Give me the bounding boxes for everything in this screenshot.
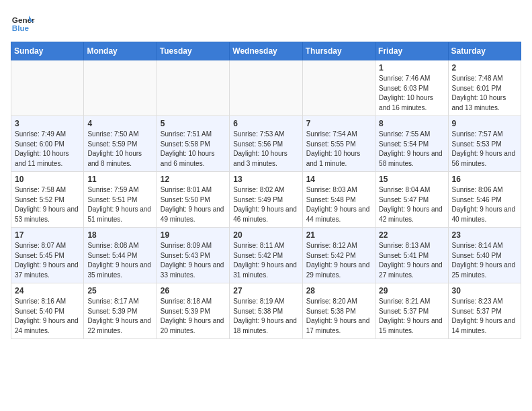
day-info: Sunrise: 8:11 AM Sunset: 5:42 PM Dayligh… (233, 241, 298, 280)
day-info: Sunrise: 7:49 AM Sunset: 6:00 PM Dayligh… (15, 130, 80, 169)
calendar-week-row: 3Sunrise: 7:49 AM Sunset: 6:00 PM Daylig… (11, 116, 521, 172)
calendar-day-2: 2Sunrise: 7:48 AM Sunset: 6:01 PM Daylig… (448, 60, 521, 116)
calendar-day-6: 6Sunrise: 7:53 AM Sunset: 5:56 PM Daylig… (230, 116, 302, 172)
day-number: 25 (87, 286, 152, 295)
day-info: Sunrise: 8:12 AM Sunset: 5:42 PM Dayligh… (306, 241, 371, 280)
header-monday: Monday (84, 42, 157, 60)
day-number: 21 (306, 230, 371, 240)
calendar-day-5: 5Sunrise: 7:51 AM Sunset: 5:58 PM Daylig… (157, 116, 229, 172)
day-number: 1 (379, 63, 444, 73)
calendar-table: SundayMondayTuesdayWednesdayThursdayFrid… (11, 42, 521, 339)
day-number: 17 (15, 230, 80, 240)
day-info: Sunrise: 8:01 AM Sunset: 5:50 PM Dayligh… (161, 185, 226, 224)
day-number: 18 (87, 230, 152, 240)
day-info: Sunrise: 8:20 AM Sunset: 5:38 PM Dayligh… (306, 297, 371, 336)
day-number: 27 (233, 286, 298, 295)
day-number: 26 (161, 286, 226, 295)
day-info: Sunrise: 7:50 AM Sunset: 5:59 PM Dayligh… (87, 130, 152, 169)
day-info: Sunrise: 8:19 AM Sunset: 5:38 PM Dayligh… (233, 297, 298, 336)
header-wednesday: Wednesday (230, 42, 302, 60)
calendar-day-21: 21Sunrise: 8:12 AM Sunset: 5:42 PM Dayli… (302, 228, 375, 283)
day-info: Sunrise: 7:58 AM Sunset: 5:52 PM Dayligh… (15, 185, 80, 224)
calendar-day-9: 9Sunrise: 7:57 AM Sunset: 5:53 PM Daylig… (448, 116, 521, 172)
calendar-day-20: 20Sunrise: 8:11 AM Sunset: 5:42 PM Dayli… (230, 228, 302, 283)
calendar-day-28: 28Sunrise: 8:20 AM Sunset: 5:38 PM Dayli… (302, 283, 375, 339)
day-number: 15 (379, 175, 444, 184)
calendar-day-11: 11Sunrise: 7:59 AM Sunset: 5:51 PM Dayli… (84, 172, 157, 228)
day-number: 14 (306, 175, 371, 184)
header-tuesday: Tuesday (157, 42, 229, 60)
calendar-day-7: 7Sunrise: 7:54 AM Sunset: 5:55 PM Daylig… (302, 116, 375, 172)
header-saturday: Saturday (448, 42, 521, 60)
day-info: Sunrise: 8:16 AM Sunset: 5:40 PM Dayligh… (15, 297, 80, 336)
day-info: Sunrise: 8:04 AM Sunset: 5:47 PM Dayligh… (379, 185, 444, 224)
calendar-day-26: 26Sunrise: 8:18 AM Sunset: 5:39 PM Dayli… (157, 283, 229, 339)
header-sunday: Sunday (11, 42, 84, 60)
calendar-header-row: SundayMondayTuesdayWednesdayThursdayFrid… (11, 42, 521, 60)
day-number: 3 (15, 119, 80, 128)
day-info: Sunrise: 8:23 AM Sunset: 5:37 PM Dayligh… (452, 297, 517, 336)
day-info: Sunrise: 8:21 AM Sunset: 5:37 PM Dayligh… (379, 297, 444, 336)
day-number: 24 (15, 286, 80, 295)
logo: General Blue (11, 11, 35, 35)
day-number: 7 (306, 119, 371, 128)
calendar-week-row: 1Sunrise: 7:46 AM Sunset: 6:03 PM Daylig… (11, 60, 521, 116)
calendar-day-15: 15Sunrise: 8:04 AM Sunset: 5:47 PM Dayli… (375, 172, 448, 228)
calendar-empty-cell (302, 60, 375, 116)
calendar-day-18: 18Sunrise: 8:08 AM Sunset: 5:44 PM Dayli… (84, 228, 157, 283)
calendar-empty-cell (230, 60, 302, 116)
calendar-day-25: 25Sunrise: 8:17 AM Sunset: 5:39 PM Dayli… (84, 283, 157, 339)
calendar-day-23: 23Sunrise: 8:14 AM Sunset: 5:40 PM Dayli… (448, 228, 521, 283)
calendar-day-16: 16Sunrise: 8:06 AM Sunset: 5:46 PM Dayli… (448, 172, 521, 228)
day-info: Sunrise: 8:09 AM Sunset: 5:43 PM Dayligh… (161, 241, 226, 280)
day-number: 4 (87, 119, 152, 128)
page-header: General Blue (11, 11, 521, 35)
day-info: Sunrise: 7:48 AM Sunset: 6:01 PM Dayligh… (452, 74, 517, 113)
day-number: 13 (233, 175, 298, 184)
calendar-week-row: 24Sunrise: 8:16 AM Sunset: 5:40 PM Dayli… (11, 283, 521, 339)
day-number: 30 (452, 286, 517, 295)
day-info: Sunrise: 8:18 AM Sunset: 5:39 PM Dayligh… (161, 297, 226, 336)
svg-text:Blue: Blue (12, 24, 30, 32)
calendar-day-12: 12Sunrise: 8:01 AM Sunset: 5:50 PM Dayli… (157, 172, 229, 228)
day-number: 28 (306, 286, 371, 295)
calendar-day-19: 19Sunrise: 8:09 AM Sunset: 5:43 PM Dayli… (157, 228, 229, 283)
calendar-empty-cell (157, 60, 229, 116)
day-number: 5 (161, 119, 226, 128)
day-info: Sunrise: 7:53 AM Sunset: 5:56 PM Dayligh… (233, 130, 298, 169)
calendar-day-3: 3Sunrise: 7:49 AM Sunset: 6:00 PM Daylig… (11, 116, 84, 172)
calendar-day-22: 22Sunrise: 8:13 AM Sunset: 5:41 PM Dayli… (375, 228, 448, 283)
header-friday: Friday (375, 42, 448, 60)
header-thursday: Thursday (302, 42, 375, 60)
day-number: 22 (379, 230, 444, 240)
day-number: 6 (233, 119, 298, 128)
day-number: 20 (233, 230, 298, 240)
calendar-day-29: 29Sunrise: 8:21 AM Sunset: 5:37 PM Dayli… (375, 283, 448, 339)
day-info: Sunrise: 8:02 AM Sunset: 5:49 PM Dayligh… (233, 185, 298, 224)
calendar-day-14: 14Sunrise: 8:03 AM Sunset: 5:48 PM Dayli… (302, 172, 375, 228)
day-info: Sunrise: 8:03 AM Sunset: 5:48 PM Dayligh… (306, 185, 371, 224)
calendar-day-1: 1Sunrise: 7:46 AM Sunset: 6:03 PM Daylig… (375, 60, 448, 116)
calendar-day-30: 30Sunrise: 8:23 AM Sunset: 5:37 PM Dayli… (448, 283, 521, 339)
day-info: Sunrise: 7:57 AM Sunset: 5:53 PM Dayligh… (452, 130, 517, 169)
day-number: 11 (87, 175, 152, 184)
day-number: 2 (452, 63, 517, 73)
day-number: 12 (161, 175, 226, 184)
day-info: Sunrise: 8:08 AM Sunset: 5:44 PM Dayligh… (87, 241, 152, 280)
calendar-day-4: 4Sunrise: 7:50 AM Sunset: 5:59 PM Daylig… (84, 116, 157, 172)
day-info: Sunrise: 7:59 AM Sunset: 5:51 PM Dayligh… (87, 185, 152, 224)
day-info: Sunrise: 7:46 AM Sunset: 6:03 PM Dayligh… (379, 74, 444, 113)
day-info: Sunrise: 7:54 AM Sunset: 5:55 PM Dayligh… (306, 130, 371, 169)
calendar-day-13: 13Sunrise: 8:02 AM Sunset: 5:49 PM Dayli… (230, 172, 302, 228)
day-info: Sunrise: 7:55 AM Sunset: 5:54 PM Dayligh… (379, 130, 444, 169)
day-number: 10 (15, 175, 80, 184)
day-info: Sunrise: 8:17 AM Sunset: 5:39 PM Dayligh… (87, 297, 152, 336)
day-number: 29 (379, 286, 444, 295)
day-number: 16 (452, 175, 517, 184)
day-info: Sunrise: 8:07 AM Sunset: 5:45 PM Dayligh… (15, 241, 80, 280)
calendar-day-24: 24Sunrise: 8:16 AM Sunset: 5:40 PM Dayli… (11, 283, 84, 339)
calendar-day-10: 10Sunrise: 7:58 AM Sunset: 5:52 PM Dayli… (11, 172, 84, 228)
calendar-empty-cell (84, 60, 157, 116)
day-number: 23 (452, 230, 517, 240)
day-info: Sunrise: 8:06 AM Sunset: 5:46 PM Dayligh… (452, 185, 517, 224)
